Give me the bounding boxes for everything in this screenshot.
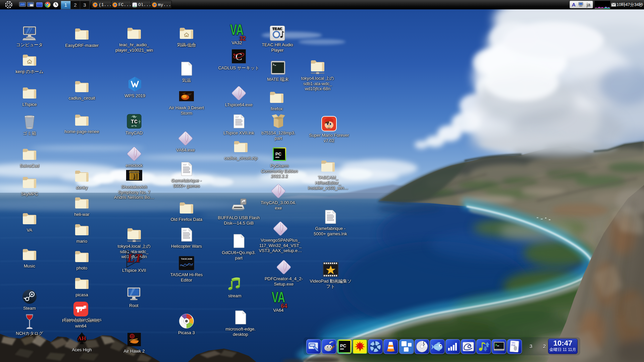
svg-text:PC: PC [275,152,282,157]
svg-text:SHOSTAKOVICH: SHOSTAKOVICH [129,171,140,173]
svg-text:LT: LT [127,251,142,265]
svg-text:C: C [235,51,242,62]
svg-text:AH: AH [77,335,86,342]
svg-text:TC: TC [131,119,138,125]
svg-text:TASCAM: TASCAM [181,257,192,260]
svg-text:PC: PC [340,343,346,348]
svg-text:TEAC: TEAC [272,27,282,31]
